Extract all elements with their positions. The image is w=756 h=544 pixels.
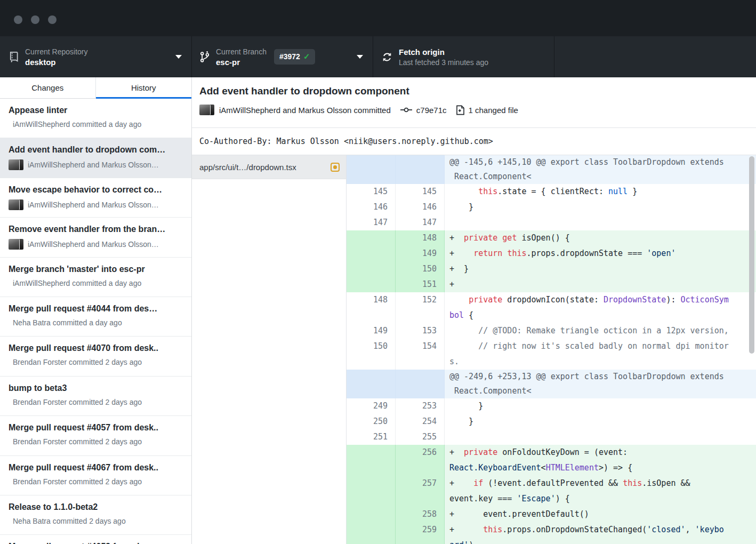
- old-line-number: 145: [347, 184, 396, 199]
- commit-list-item[interactable]: Merge pull request #4059 from d…: [0, 535, 191, 544]
- repository-label: Current Repository: [25, 47, 88, 56]
- new-line-number: [396, 384, 445, 398]
- diff-view: @@ -145,6 +145,10 @@ export class Toolba…: [347, 155, 756, 544]
- old-line-number: [347, 170, 396, 184]
- commit-list-meta: Brendan Forster committed 2 days ago: [9, 437, 184, 446]
- new-line-number: [396, 370, 445, 384]
- changed-file-icon: [456, 105, 465, 115]
- tab-history[interactable]: History: [96, 77, 192, 98]
- commit-list-meta: iAmWillShepherd and Markus Olsson…: [9, 159, 184, 170]
- commit-list-meta: iAmWillShepherd committed a day ago: [9, 120, 184, 129]
- commit-list-item[interactable]: bump to beta3Brendan Forster committed 2…: [0, 377, 191, 416]
- diff-code-text: + private get isOpen() {: [445, 230, 756, 246]
- commit-list-item[interactable]: Merge pull request #4044 from des…Neha B…: [0, 297, 191, 337]
- commit-list-meta-text: iAmWillShepherd committed a day ago: [13, 279, 141, 287]
- old-line-number: 251: [347, 429, 396, 445]
- old-line-number: 148: [347, 292, 396, 308]
- commit-list-item[interactable]: Add event handler to dropdown com…iAmWil…: [0, 138, 191, 178]
- chevron-down-icon: [175, 55, 182, 59]
- commit-list: Appease linteriAmWillShepherd committed …: [0, 99, 191, 544]
- modified-file-icon: [331, 163, 340, 172]
- commit-list-item[interactable]: Release to 1.1.0-beta2Neha Batra committ…: [0, 495, 191, 535]
- diff-code-text: + return this.props.dropdownState === 'o…: [445, 246, 756, 261]
- old-line-number: 146: [347, 199, 396, 215]
- old-line-number: [347, 476, 396, 491]
- commit-description: Co-Authored-By: Markus Olsson <niik@user…: [192, 128, 756, 155]
- diff-code-text: React.Component<: [445, 384, 756, 398]
- new-line-number: 253: [396, 398, 445, 414]
- new-line-number: [396, 155, 445, 170]
- old-line-number: [347, 230, 396, 246]
- commit-list-item[interactable]: Merge pull request #4070 from desk..Bren…: [0, 337, 191, 376]
- committer-avatars: [199, 105, 214, 115]
- commit-list-item[interactable]: Merge branch 'master' into esc-priAmWill…: [0, 258, 191, 297]
- diff-code-text: // @TODO: Remake triangle octicon in a 1…: [445, 323, 756, 339]
- diff-line: 256+ private onFoldoutKeyDown = (event:: [347, 445, 756, 460]
- avatar: [9, 159, 23, 170]
- old-line-number: [347, 155, 396, 170]
- window-close-button[interactable]: [14, 15, 22, 24]
- new-line-number: 256: [396, 445, 445, 460]
- commit-list-item[interactable]: Remove event handler from the bran…iAmWi…: [0, 218, 191, 257]
- avatar: [9, 239, 23, 250]
- avatar: [9, 239, 19, 250]
- diff-code-text: + event.preventDefault(): [445, 507, 756, 522]
- new-line-number: [396, 460, 445, 476]
- commit-title: Add event handler to dropdown component: [199, 84, 756, 98]
- diff-scrollbar-thumb[interactable]: [749, 156, 754, 354]
- repository-picker-button[interactable]: Current Repository desktop: [0, 36, 192, 77]
- branch-picker-button[interactable]: Current Branch esc-pr #3972 ✓: [192, 36, 373, 77]
- diff-code-text: }: [445, 398, 756, 414]
- pr-status-badge: #3972 ✓: [274, 49, 316, 65]
- commit-list-meta-text: Brendan Forster committed 2 days ago: [13, 358, 142, 366]
- last-fetched-text: Last fetched 3 minutes ago: [399, 58, 488, 67]
- diff-code-text: +: [445, 277, 756, 292]
- content: Changes History Appease linteriAmWillShe…: [0, 77, 756, 544]
- commit-meta: iAmWillShepherd and Markus Olsson commit…: [199, 105, 756, 115]
- file-list: app/src/ui/t…/dropdown.tsx: [192, 155, 347, 544]
- commit-list-meta: iAmWillShepherd committed a day ago: [9, 279, 184, 287]
- diff-line: 146146 }: [347, 199, 756, 215]
- diff-code-text: private dropdownIcon(state: DropdownStat…: [445, 292, 756, 308]
- tab-changes[interactable]: Changes: [0, 77, 96, 98]
- diff-line: bol {: [347, 308, 756, 323]
- branch-label: Current Branch: [216, 47, 267, 56]
- new-line-number: 153: [396, 323, 445, 339]
- old-line-number: [347, 460, 396, 476]
- commit-list-item[interactable]: Merge pull request #4057 from desk..Bren…: [0, 416, 191, 455]
- avatar: [199, 105, 210, 115]
- commit-list-meta-text: iAmWillShepherd and Markus Olsson…: [28, 240, 159, 249]
- commit-list-meta: Brendan Forster committed 2 days ago: [9, 477, 184, 486]
- new-line-number: 150: [396, 261, 445, 277]
- commit-list-meta: Neha Batra committed a day ago: [9, 318, 184, 327]
- commit-list-item[interactable]: Merge pull request #4067 from desk..Bren…: [0, 456, 191, 495]
- sidebar-tabs: Changes History: [0, 77, 191, 99]
- diff-code-text: ard'): [445, 538, 756, 544]
- old-line-number: 147: [347, 215, 396, 230]
- old-line-number: [347, 507, 396, 522]
- diff-code-text: @@ -145,6 +145,10 @@ export class Toolba…: [445, 155, 756, 170]
- new-line-number: 151: [396, 277, 445, 292]
- new-line-number: 145: [396, 184, 445, 199]
- commit-list-meta-text: iAmWillShepherd committed a day ago: [13, 120, 141, 129]
- window-zoom-button[interactable]: [48, 15, 57, 24]
- file-list-item[interactable]: app/src/ui/t…/dropdown.tsx: [192, 155, 346, 179]
- diff-code-text: [445, 429, 756, 445]
- commit-list-title: Release to 1.1.0-beta2: [9, 501, 184, 513]
- old-line-number: [347, 384, 396, 398]
- window-minimize-button[interactable]: [31, 15, 39, 24]
- diff-line: 145145 this.state = { clientRect: null }: [347, 184, 756, 199]
- diff-line: @@ -249,6 +253,13 @@ export class Toolba…: [347, 370, 756, 384]
- diff-line: 249253 }: [347, 398, 756, 414]
- diff-line: 147147: [347, 215, 756, 230]
- fetch-origin-button[interactable]: Fetch origin Last fetched 3 minutes ago: [373, 36, 554, 77]
- commit-list-meta: Neha Batra committed 2 days ago: [9, 517, 184, 525]
- diff-line: @@ -145,6 +145,10 @@ export class Toolba…: [347, 155, 756, 170]
- commit-list-item[interactable]: Move escape behavior to correct co…iAmWi…: [0, 178, 191, 218]
- commit-list-item[interactable]: Appease linteriAmWillShepherd committed …: [0, 99, 191, 138]
- main-panel: Add event handler to dropdown component …: [192, 77, 756, 544]
- new-line-number: 152: [396, 292, 445, 308]
- new-line-number: 254: [396, 414, 445, 429]
- new-line-number: [396, 354, 445, 370]
- old-line-number: 150: [347, 339, 396, 354]
